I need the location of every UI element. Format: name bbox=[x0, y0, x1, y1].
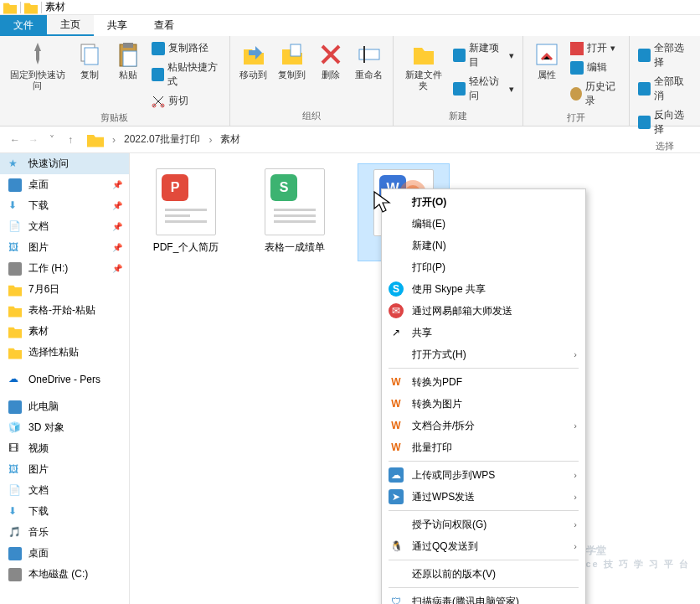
moveto-icon bbox=[240, 41, 267, 68]
open-button[interactable]: 打开 ▾ bbox=[569, 39, 623, 57]
sidebar-item-work-h[interactable]: 工作 (H:)📌 bbox=[0, 258, 129, 279]
nav-buttons: ← → ˅ ↑ bbox=[7, 134, 79, 146]
chevron-right-icon: › bbox=[574, 349, 577, 359]
ctx-virus-scan[interactable]: 🛡扫描病毒(腾讯电脑管家) bbox=[382, 591, 585, 604]
paste-shortcut-button[interactable]: 粘贴快捷方式 bbox=[150, 59, 223, 90]
sidebar-item-3d[interactable]: 🧊3D 对象 bbox=[0, 417, 129, 438]
downloads-icon: ⬇ bbox=[8, 505, 22, 519]
ctx-grant-access[interactable]: 授予访问权限(G)› bbox=[382, 514, 585, 535]
select-all-button[interactable]: 全部选择 bbox=[636, 39, 693, 71]
ctx-edit[interactable]: 编辑(E) bbox=[382, 213, 585, 235]
copy-to-button[interactable]: 复制到 bbox=[275, 39, 309, 82]
sidebar-item-localdisk-c[interactable]: 本地磁盘 (C:) bbox=[0, 564, 129, 585]
pin-to-quick-access-button[interactable]: 固定到快速访问 bbox=[7, 39, 68, 93]
pin-icon: 📌 bbox=[112, 222, 122, 231]
folder-icon bbox=[3, 1, 17, 14]
sidebar-item-desktop[interactable]: 桌面📌 bbox=[0, 174, 129, 195]
select-none-button[interactable]: 全部取消 bbox=[636, 73, 693, 105]
file-thumbnail: P bbox=[156, 168, 216, 235]
group-label-new: 新建 bbox=[400, 108, 516, 122]
chevron-right-icon: › bbox=[574, 421, 577, 431]
new-folder-button[interactable]: 新建文件夹 bbox=[400, 39, 446, 93]
invert-selection-button[interactable]: 反向选择 bbox=[636, 106, 693, 138]
wps-icon: W bbox=[389, 418, 404, 433]
window-titlebar: 素材 bbox=[0, 0, 700, 15]
sidebar-this-pc[interactable]: 此电脑 bbox=[0, 396, 129, 417]
separator bbox=[389, 461, 579, 462]
file-list[interactable]: P PDF_个人简历 S 表格一成绩单 W 文字_个 打开(O) 编辑(E) 新… bbox=[130, 153, 700, 604]
sidebar-item-folder[interactable]: 表格-开始-粘贴 bbox=[0, 300, 129, 321]
ctx-send-wps[interactable]: ➤通过WPS发送› bbox=[382, 486, 585, 508]
move-to-button[interactable]: 移动到 bbox=[237, 39, 270, 82]
context-menu: 打开(O) 编辑(E) 新建(N) 打印(P) S使用 Skype 共享 ✉通过… bbox=[381, 188, 586, 604]
separator bbox=[389, 368, 579, 369]
tab-view[interactable]: 查看 bbox=[141, 15, 188, 36]
ctx-open-with[interactable]: 打开方式(H)› bbox=[382, 343, 585, 365]
sheet-badge-icon: S bbox=[270, 174, 297, 201]
path-icon bbox=[152, 42, 165, 55]
share-icon: ↗ bbox=[389, 325, 404, 340]
easy-access-button[interactable]: 轻松访问 ▾ bbox=[451, 73, 516, 105]
rename-button[interactable]: 重命名 bbox=[353, 39, 386, 82]
ctx-new[interactable]: 新建(N) bbox=[382, 235, 585, 256]
sidebar-item-music[interactable]: 🎵音乐 bbox=[0, 522, 129, 543]
tab-share[interactable]: 共享 bbox=[94, 15, 141, 36]
ctx-merge-split[interactable]: W文档合并/拆分› bbox=[382, 415, 585, 436]
ctx-netease-send[interactable]: ✉通过网易邮箱大师发送 bbox=[382, 300, 585, 322]
back-button[interactable]: ← bbox=[7, 134, 23, 146]
delete-button[interactable]: 删除 bbox=[314, 39, 347, 82]
ctx-open[interactable]: 打开(O) bbox=[382, 191, 585, 213]
cut-button[interactable]: 剪切 bbox=[150, 92, 223, 110]
breadcrumb-current[interactable]: 素材 bbox=[220, 132, 240, 147]
sidebar-item-pictures[interactable]: 🖼图片📌 bbox=[0, 237, 129, 258]
history-button[interactable]: 历史记录 bbox=[569, 78, 623, 110]
forward-button[interactable]: → bbox=[25, 134, 42, 146]
sidebar-quick-access[interactable]: ★ 快速访问 bbox=[0, 153, 129, 174]
sidebar-item-videos[interactable]: 🎞视频 bbox=[0, 438, 129, 459]
sidebar-item-downloads[interactable]: ⬇下载 bbox=[0, 501, 129, 522]
file-pdf-resume[interactable]: P PDF_个人简历 bbox=[140, 163, 232, 260]
ctx-print[interactable]: 打印(P) bbox=[382, 256, 585, 278]
edit-button[interactable]: 编辑 bbox=[569, 59, 623, 76]
breadcrumb-parent[interactable]: 2022.07批量打印 bbox=[124, 132, 200, 147]
copy-path-button[interactable]: 复制路径 bbox=[150, 39, 223, 57]
sidebar-item-folder[interactable]: 素材 bbox=[0, 321, 129, 342]
sidebar-item-downloads[interactable]: ⬇下载📌 bbox=[0, 195, 129, 216]
netease-icon: ✉ bbox=[389, 303, 404, 318]
ctx-restore-previous[interactable]: 还原以前的版本(V) bbox=[382, 563, 585, 585]
sidebar-item-documents[interactable]: 📄文档 bbox=[0, 480, 129, 501]
group-label-open: 打开 bbox=[530, 110, 623, 124]
ctx-batch-print[interactable]: W批量打印 bbox=[382, 436, 585, 458]
sidebar-onedrive[interactable]: ☁OneDrive - Pers bbox=[0, 369, 129, 390]
up-button[interactable]: ↑ bbox=[62, 134, 79, 146]
file-spreadsheet[interactable]: S 表格一成绩单 bbox=[249, 163, 341, 260]
sidebar-item-pictures[interactable]: 🖼图片 bbox=[0, 459, 129, 480]
sidebar-item-desktop[interactable]: 桌面 bbox=[0, 543, 129, 564]
new-item-button[interactable]: 新建项目 ▾ bbox=[451, 39, 516, 71]
ctx-to-image[interactable]: W转换为图片 bbox=[382, 393, 585, 415]
drive-icon bbox=[8, 568, 22, 581]
sidebar-item-folder[interactable]: 7月6日 bbox=[0, 279, 129, 300]
edit-icon bbox=[570, 61, 584, 75]
ctx-share[interactable]: ↗共享 bbox=[382, 322, 585, 343]
desktop-icon bbox=[8, 547, 22, 560]
tab-file[interactable]: 文件 bbox=[0, 15, 47, 36]
folder-icon bbox=[8, 346, 22, 359]
properties-button[interactable]: 属性 bbox=[530, 39, 564, 82]
skype-icon: S bbox=[389, 281, 404, 297]
desktop-icon bbox=[8, 178, 22, 192]
paste-button[interactable]: 粘贴 bbox=[111, 39, 145, 82]
selectall-icon bbox=[638, 49, 651, 62]
tab-home[interactable]: 主页 bbox=[47, 15, 94, 36]
wps-icon: W bbox=[389, 440, 404, 455]
ribbon: 固定到快速访问 复制 粘贴 复制路径 粘贴快捷方式 剪切 剪贴板 移动到 bbox=[0, 36, 700, 126]
ctx-skype-share[interactable]: S使用 Skype 共享 bbox=[382, 278, 585, 300]
ctx-qq-send[interactable]: 🐧通过QQ发送到› bbox=[382, 535, 585, 557]
ctx-upload-wps[interactable]: ☁上传或同步到WPS› bbox=[382, 464, 585, 486]
recent-dropdown[interactable]: ˅ bbox=[44, 134, 60, 146]
sidebar-item-documents[interactable]: 📄文档📌 bbox=[0, 216, 129, 237]
documents-icon: 📄 bbox=[8, 220, 22, 234]
sidebar-item-folder[interactable]: 选择性粘贴 bbox=[0, 342, 129, 363]
ctx-to-pdf[interactable]: W转换为PDF bbox=[382, 371, 585, 393]
copy-button[interactable]: 复制 bbox=[73, 39, 106, 82]
